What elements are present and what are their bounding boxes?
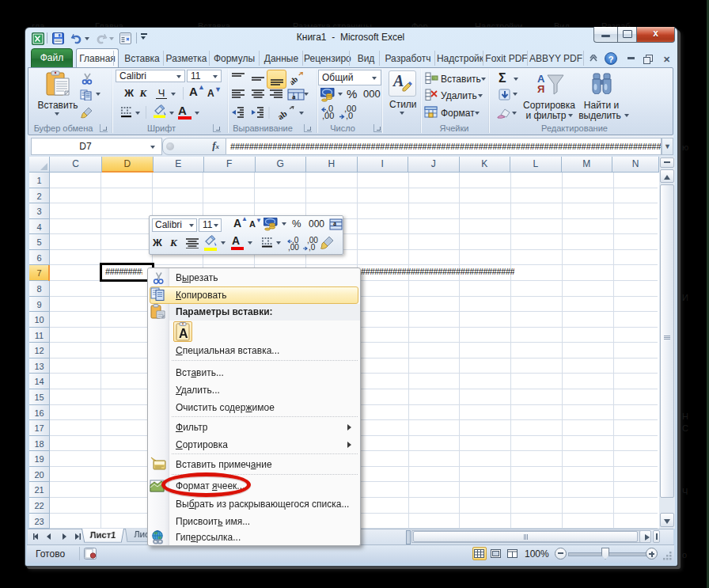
svg-text:a: a: [333, 220, 336, 227]
svg-text:ab: ab: [287, 74, 299, 85]
svg-text:a: a: [292, 93, 296, 101]
svg-text:ab: ab: [275, 108, 288, 119]
svg-text:A: A: [179, 327, 188, 340]
